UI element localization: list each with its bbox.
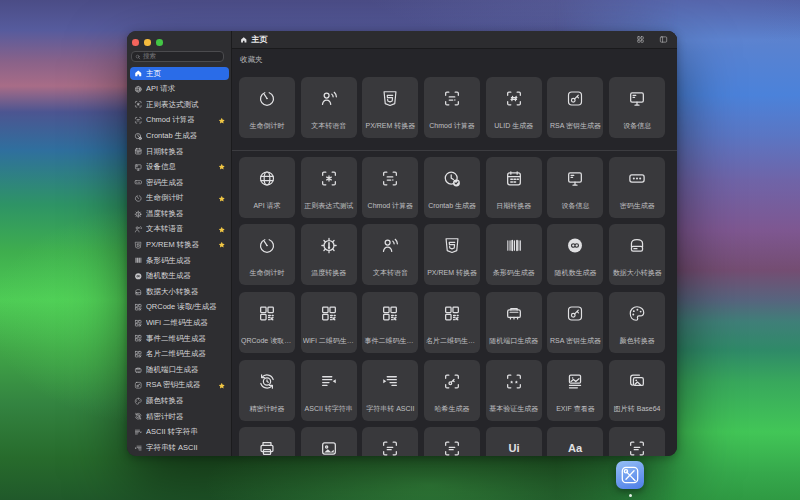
tool-card[interactable]: 随机端口生成器 — [486, 292, 542, 353]
favorites-section-label: 收藏夹 — [240, 55, 263, 65]
hash-key-icon — [443, 372, 462, 391]
port-icon — [504, 304, 523, 323]
tool-card[interactable]: 设备信息 — [547, 157, 603, 218]
tool-card[interactable]: 文本转语音 — [362, 224, 418, 285]
tool-card[interactable]: QRCode 读取/生成器 — [239, 292, 295, 353]
tool-card-label: Chmod 计算器 — [364, 201, 416, 211]
tool-card[interactable] — [424, 427, 480, 456]
tool-card[interactable]: 温度转换器 — [301, 224, 357, 285]
sidebar-item[interactable]: 颜色转换器 — [130, 394, 229, 407]
tool-card[interactable]: ULID 生成器 — [486, 77, 542, 138]
favorite-star-icon — [218, 195, 226, 203]
tool-card-label: 随机数生成器 — [549, 268, 601, 278]
tool-card[interactable]: API 请求 — [239, 157, 295, 218]
sidebar-item[interactable]: RSA 密钥生成器 — [130, 379, 229, 392]
tool-card[interactable]: 设备信息 — [609, 77, 665, 138]
tool-card[interactable]: 生命倒计时 — [239, 77, 295, 138]
tool-card[interactable]: WiFi 二维码生成器 — [301, 292, 357, 353]
sidebar-item[interactable]: 主页 — [130, 67, 229, 80]
sidebar-item[interactable]: Chmod 计算器 — [130, 114, 229, 127]
sidebar-item-label: 密码生成器 — [146, 178, 226, 188]
tool-card[interactable]: 条形码生成器 — [486, 224, 542, 285]
tool-card[interactable]: Chmod 计算器 — [362, 157, 418, 218]
sidebar-item[interactable]: 随机端口生成器 — [130, 363, 229, 376]
tool-card[interactable]: 随机数生成器 — [547, 224, 603, 285]
sidebar-item[interactable]: 日期转换器 — [130, 145, 229, 158]
tool-card[interactable]: PX/REM 转换器 — [424, 224, 480, 285]
sidebar-item[interactable]: 正则表达式测试 — [130, 98, 229, 111]
sidebar-item[interactable]: 数据大小转换器 — [130, 285, 229, 298]
tool-card[interactable]: 事件二维码生成器 — [362, 292, 418, 353]
minimize-button[interactable] — [144, 39, 151, 46]
zoom-button[interactable] — [156, 39, 163, 46]
text-aa-icon: Aa — [566, 439, 585, 456]
sidebar-item[interactable]: PX/REM 转换器 — [130, 239, 229, 252]
sidebar-item-label: QRCode 读取/生成器 — [146, 302, 226, 312]
tool-card[interactable]: Crontab 生成器 — [424, 157, 480, 218]
sidebar-nav: 主页API 请求正则表达式测试Chmod 计算器Crontab 生成器日期转换器… — [130, 67, 229, 456]
sidebar-item-label: 字符串转 ASCII — [146, 443, 226, 453]
sidebar-item[interactable]: 名片二维码生成器 — [130, 348, 229, 361]
sidebar-item[interactable]: 字符串转 ASCII — [130, 441, 229, 454]
tool-card-label: 数据大小转换器 — [611, 268, 663, 278]
tool-card[interactable]: 字符串转 ASCII — [362, 360, 418, 421]
tool-card[interactable]: 正则表达式测试 — [301, 157, 357, 218]
search-input[interactable]: 搜索 — [131, 51, 224, 62]
palette-icon — [628, 304, 647, 323]
tool-card[interactable]: 颜色转换器 — [609, 292, 665, 353]
sidebar-item[interactable]: 设备信息 — [130, 161, 229, 174]
sidebar-item[interactable]: 事件二维码生成器 — [130, 332, 229, 345]
tool-card[interactable]: Aa — [547, 427, 603, 456]
tool-card[interactable]: 密码生成器 — [609, 157, 665, 218]
tool-card[interactable]: RSA 密钥生成器 — [547, 292, 603, 353]
sidebar-item[interactable]: WiFi 二维码生成器 — [130, 317, 229, 330]
tool-card[interactable]: Ui — [486, 427, 542, 456]
tool-card[interactable]: 哈希生成器 — [424, 360, 480, 421]
favorite-star-icon — [218, 241, 226, 249]
toggle-sidebar-icon[interactable] — [659, 35, 668, 44]
tool-card[interactable] — [609, 427, 665, 456]
sidebar-item[interactable]: 条形码生成器 — [130, 254, 229, 267]
sidebar-item[interactable]: 温度转换器 — [130, 207, 229, 220]
sidebar-item[interactable]: QRCode 读取/生成器 — [130, 301, 229, 314]
infinity-icon — [134, 272, 143, 281]
calendar-icon — [504, 169, 523, 188]
html5-icon — [443, 236, 462, 255]
tool-card[interactable]: RSA 密钥生成器 — [547, 77, 603, 138]
main-header: 主页 — [232, 31, 677, 49]
tool-card[interactable]: Chmod 计算器 — [424, 77, 480, 138]
sidebar-item[interactable]: 文本转语音 — [130, 223, 229, 236]
tool-card[interactable]: EXIF 查看器 — [547, 360, 603, 421]
tool-card-label: 颜色转换器 — [611, 336, 663, 346]
tool-card-label: 哈希生成器 — [426, 404, 478, 414]
sidebar-item[interactable]: ASCII 转字符串 — [130, 426, 229, 439]
tool-card[interactable]: 数据大小转换器 — [609, 224, 665, 285]
tool-card[interactable] — [301, 427, 357, 456]
sidebar-item[interactable]: 随机数生成器 — [130, 270, 229, 283]
sidebar-item[interactable]: Crontab 生成器 — [130, 129, 229, 142]
qr-icon — [443, 304, 462, 323]
tool-card[interactable]: 图片转 Base64 — [609, 360, 665, 421]
tool-card[interactable]: PX/REM 转换器 — [362, 77, 418, 138]
tool-card-label: 设备信息 — [611, 121, 663, 131]
tool-card[interactable]: 生命倒计时 — [239, 224, 295, 285]
tool-card-label: EXIF 查看器 — [549, 404, 601, 414]
tool-card[interactable] — [239, 427, 295, 456]
tool-card[interactable]: 名片二维码生成器 — [424, 292, 480, 353]
tool-card[interactable]: 文本转语音 — [301, 77, 357, 138]
tool-card[interactable]: ASCII 转字符串 — [301, 360, 357, 421]
dock-app-icon[interactable] — [616, 461, 644, 489]
tool-card-label: 密码生成器 — [611, 201, 663, 211]
close-button[interactable] — [132, 39, 139, 46]
tool-card[interactable]: 日期转换器 — [486, 157, 542, 218]
sidebar-item[interactable]: 密码生成器 — [130, 176, 229, 189]
sidebar-item[interactable]: 生命倒计时 — [130, 192, 229, 205]
sidebar-item-label: API 请求 — [146, 84, 226, 94]
tool-card-label: PX/REM 转换器 — [364, 121, 416, 131]
sidebar-item[interactable]: 精密计时器 — [130, 410, 229, 423]
tool-card[interactable] — [362, 427, 418, 456]
tool-card[interactable]: 精密计时器 — [239, 360, 295, 421]
grid-view-icon[interactable] — [636, 35, 645, 44]
sidebar-item[interactable]: API 请求 — [130, 83, 229, 96]
tool-card[interactable]: 基本验证生成器 — [486, 360, 542, 421]
